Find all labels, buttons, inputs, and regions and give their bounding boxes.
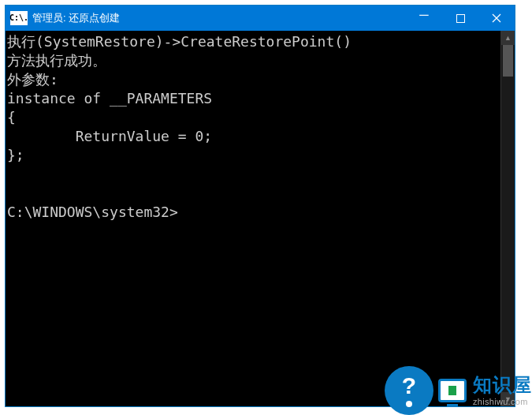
monitor-icon [438,379,467,402]
console-window: C:\. 管理员: 还原点创建 ─ 执行(SystemRestore)->Cre… [5,5,515,407]
app-icon: C:\. [10,11,28,25]
maximize-icon [456,14,465,23]
watermark-url: zhishiwu.com [473,397,532,407]
terminal-area: 执行(SystemRestore)->CreateRestorePoint() … [6,31,515,406]
window-title: 管理员: 还原点创建 [32,11,120,25]
terminal-output[interactable]: 执行(SystemRestore)->CreateRestorePoint() … [6,31,500,406]
watermark-title: 知识屋 [473,374,532,397]
maximize-button[interactable] [442,6,478,31]
svg-rect-0 [456,14,464,22]
close-icon [492,13,501,23]
window-controls: ─ [406,6,515,31]
scrollbar: ▲ ▼ [500,31,515,406]
minimize-button[interactable]: ─ [406,6,442,31]
scroll-thumb[interactable] [503,45,513,77]
titlebar[interactable]: C:\. 管理员: 还原点创建 ─ [6,6,515,31]
watermark: ? 知识屋 zhishiwu.com [385,366,532,415]
scroll-up-button[interactable]: ▲ [501,31,515,45]
watermark-badge-icon: ? [385,366,433,415]
scroll-track[interactable] [501,45,515,392]
watermark-text: 知识屋 zhishiwu.com [473,374,532,407]
close-button[interactable] [478,6,515,31]
